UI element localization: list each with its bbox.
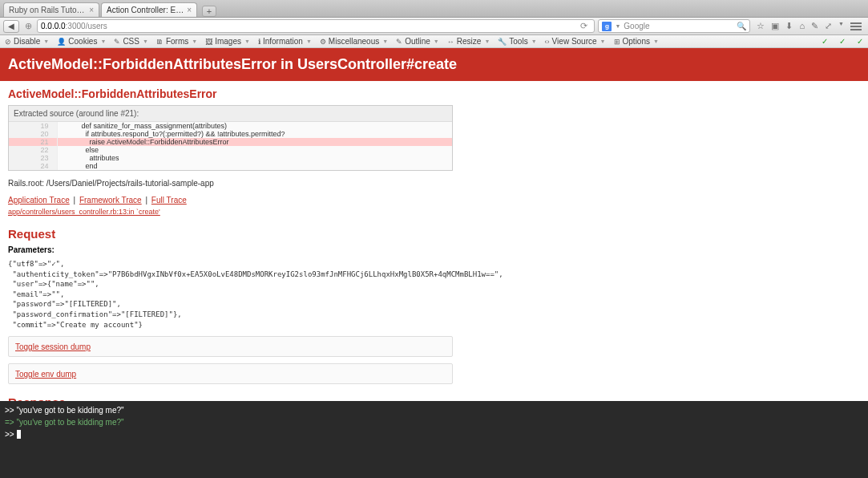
images-icon: 🖼 [205, 38, 212, 46]
tab-title: Ruby on Rails Tutorial Sample ... [9, 6, 86, 14]
browser-nav-bar: ◀ ⊕ 0.0.0.0:3000/users ⟳ g ▼ Google 🔍 ☆ … [0, 18, 868, 35]
error-banner: ActiveModel::ForbiddenAttributesError in… [0, 48, 868, 81]
css-icon: ✎ [114, 38, 120, 46]
cursor [17, 430, 21, 439]
request-header: Request [8, 227, 860, 241]
dev-cookies[interactable]: 👤Cookies▼ [57, 37, 106, 46]
line-number: 21 [9, 138, 57, 146]
source-line: 23 attributes [9, 154, 452, 162]
misc-icon: ⚙ [320, 38, 326, 46]
source-line: 22 else [9, 146, 452, 154]
dev-tools[interactable]: 🔧Tools▼ [498, 37, 536, 46]
new-tab-button[interactable]: + [202, 6, 216, 17]
home-icon[interactable]: ⌂ [799, 21, 805, 31]
page-content: ActiveModel::ForbiddenAttributesError in… [0, 48, 868, 412]
application-trace-link[interactable]: Application Trace [8, 196, 70, 205]
url-path: /users [86, 22, 107, 30]
url-port: :3000 [66, 22, 86, 30]
extracted-source-label: Extracted source (around line #21): [9, 106, 452, 122]
bookmark-star-icon[interactable]: ☆ [757, 21, 765, 31]
line-number: 20 [9, 130, 57, 138]
line-number: 22 [9, 146, 57, 154]
line-code: else [57, 146, 452, 154]
dev-images[interactable]: 🖼Images▼ [205, 37, 250, 46]
parameters-dump: {"utf8"=>"✓", "authenticity_token"=>"P7B… [8, 259, 860, 330]
browser-tab-bar: Ruby on Rails Tutorial Sample ... × Acti… [0, 0, 868, 18]
close-icon[interactable]: × [89, 6, 94, 14]
dev-options[interactable]: ⊞Options▼ [614, 37, 659, 46]
dev-disable[interactable]: ⊘Disable▼ [5, 37, 49, 46]
tools-icon: 🔧 [498, 38, 507, 46]
site-identity-icon[interactable]: ⊕ [22, 21, 34, 32]
source-line: 21 raise ActiveModel::ForbiddenAttribute… [9, 138, 452, 146]
line-number: 23 [9, 154, 57, 162]
search-icon[interactable]: 🔍 [737, 22, 746, 30]
close-icon[interactable]: × [187, 6, 192, 14]
line-code: def sanitize_for_mass_assignment(attribu… [57, 122, 452, 130]
menu-icon[interactable] [850, 21, 862, 31]
check-icon[interactable]: ✓ [839, 37, 846, 46]
url-bar[interactable]: 0.0.0.0:3000/users ⟳ [37, 19, 595, 33]
back-button[interactable]: ◀ [3, 20, 19, 33]
rails-console[interactable]: >> "you've got to be kidding me?" => "yo… [0, 401, 868, 478]
parameters-label: Parameters: [8, 245, 860, 254]
toggle-session-dump[interactable]: Toggle session dump [8, 336, 453, 357]
extracted-source: Extracted source (around line #21): 19de… [8, 105, 453, 171]
line-code: raise ActiveModel::ForbiddenAttributesEr… [57, 138, 452, 146]
source-line: 24 end [9, 162, 452, 170]
reload-icon[interactable]: ⟳ [577, 21, 591, 31]
trace-line-link[interactable]: app/controllers/users_controller.rb:13:i… [8, 208, 160, 216]
edit-icon[interactable]: ✎ [811, 21, 818, 31]
dropdown-icon[interactable]: ▼ [838, 21, 844, 31]
dev-resize[interactable]: ↔Resize▼ [447, 37, 491, 46]
source-line: 19def sanitize_for_mass_assignment(attri… [9, 122, 452, 130]
rails-root-path: /Users/Daniel/Projects/rails-tutorial-sa… [46, 179, 214, 188]
search-placeholder: Google [624, 22, 649, 30]
disable-icon: ⊘ [5, 38, 11, 46]
framework-trace-link[interactable]: Framework Trace [79, 196, 142, 205]
forms-icon: 🗎 [156, 38, 164, 46]
line-code: attributes [57, 154, 452, 162]
url-host: 0.0.0.0 [41, 22, 66, 30]
source-icon: ‹› [545, 38, 550, 46]
dev-forms[interactable]: 🗎Forms▼ [156, 37, 197, 46]
tab-title: Action Controller: Exception c... [107, 6, 184, 14]
pocket-icon[interactable]: ▣ [771, 21, 779, 31]
line-number: 19 [9, 122, 57, 130]
console-output-prompt: => [5, 418, 16, 427]
dev-information[interactable]: ℹInformation▼ [258, 37, 312, 46]
check-icon[interactable]: ✓ [857, 37, 863, 46]
line-code: if attributes.respond_to?(:permitted?) &… [57, 130, 452, 138]
source-code: 19def sanitize_for_mass_assignment(attri… [9, 122, 452, 170]
dev-outline[interactable]: ✎Outline▼ [396, 37, 439, 46]
full-trace-link[interactable]: Full Trace [151, 196, 187, 205]
info-icon: ℹ [258, 38, 260, 46]
console-input: "you've got to be kidding me?" [16, 406, 123, 415]
options-icon: ⊞ [614, 38, 620, 46]
dev-css[interactable]: ✎CSS▼ [114, 37, 148, 46]
expand-icon[interactable]: ⤢ [825, 21, 832, 31]
console-prompt: >> [5, 430, 16, 439]
rails-root-label: Rails.root: [8, 179, 46, 188]
dev-view-source[interactable]: ‹›View Source▼ [545, 37, 606, 46]
resize-icon: ↔ [447, 38, 454, 46]
line-number: 24 [9, 162, 57, 170]
toggle-env-dump[interactable]: Toggle env dump [8, 363, 453, 384]
line-code: end [57, 162, 452, 170]
toggle-session-link[interactable]: Toggle session dump [15, 342, 91, 351]
browser-tab[interactable]: Ruby on Rails Tutorial Sample ... × [3, 2, 99, 17]
console-output: "you've got to be kidding me?" [16, 418, 123, 427]
error-title: ActiveModel::ForbiddenAttributesError [8, 87, 860, 100]
google-icon: g [602, 22, 612, 31]
cookies-icon: 👤 [57, 38, 66, 46]
console-prompt: >> [5, 406, 16, 415]
search-bar[interactable]: g ▼ Google 🔍 [598, 19, 750, 33]
web-developer-toolbar: ⊘Disable▼ 👤Cookies▼ ✎CSS▼ 🗎Forms▼ 🖼Image… [0, 35, 868, 48]
source-line: 20 if attributes.respond_to?(:permitted?… [9, 130, 452, 138]
check-icon[interactable]: ✓ [822, 37, 828, 46]
outline-icon: ✎ [396, 38, 402, 46]
toggle-env-link[interactable]: Toggle env dump [15, 370, 76, 379]
dev-miscellaneous[interactable]: ⚙Miscellaneous▼ [320, 37, 388, 46]
browser-tab[interactable]: Action Controller: Exception c... × [101, 2, 197, 17]
downloads-icon[interactable]: ⬇ [785, 21, 793, 31]
